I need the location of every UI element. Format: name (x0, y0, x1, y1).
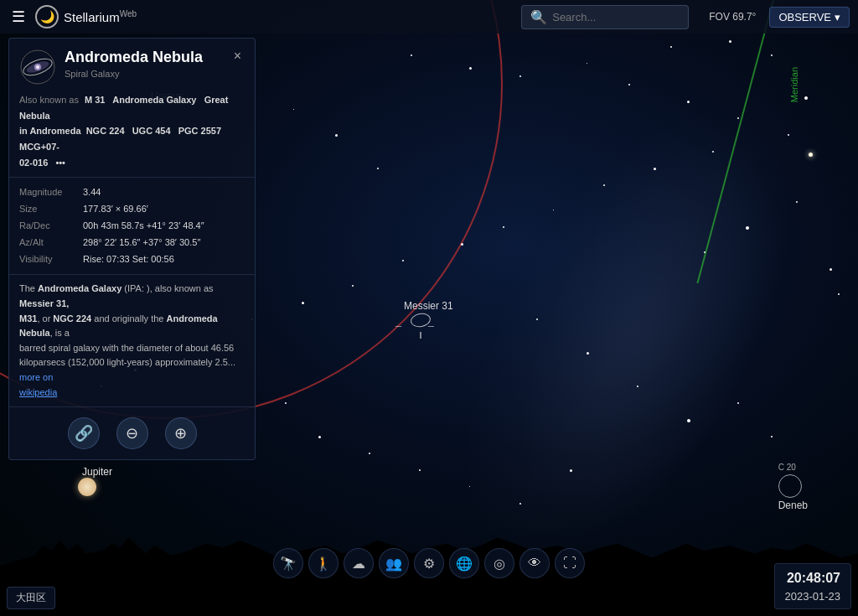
people-button[interactable]: 👥 (379, 548, 409, 578)
observe-button[interactable]: OBSERVE ▾ (769, 7, 850, 28)
star (335, 134, 338, 137)
desc-bold-4: Andromeda Nebula (19, 313, 218, 339)
size-value: 177.83′ × 69.66′ (83, 201, 148, 218)
star (570, 469, 572, 472)
messier31-tick (420, 332, 421, 339)
star (377, 168, 379, 169)
star (318, 436, 321, 438)
azalt-label: Az/Alt (19, 235, 76, 251)
star (553, 210, 554, 210)
search-input[interactable] (552, 11, 669, 23)
wikipedia-link[interactable]: wikipedia (19, 387, 57, 397)
cloud-icon: ☁ (352, 556, 365, 572)
object-info-panel: Andromeda Nebula Spiral Galaxy × Also kn… (8, 38, 256, 460)
star (285, 402, 287, 404)
chevron-down-icon: ▾ (835, 11, 840, 23)
layer-icon: ◎ (494, 556, 505, 572)
star (729, 40, 731, 43)
stat-size: Size 177.83′ × 69.66′ (19, 201, 245, 218)
stat-radec: Ra/Dec 00h 43m 58.7s +41° 23′ 48.4″ (19, 218, 245, 235)
star (411, 54, 412, 56)
panel-description: The Andromeda Galaxy (IPA: ), also known… (9, 275, 255, 407)
star (469, 67, 472, 70)
star (419, 469, 421, 471)
stat-magnitude: Magnitude 3.44 (19, 184, 245, 201)
stat-azalt: Az/Alt 298° 22′ 15.6″ +37° 38′ 30.5″ (19, 235, 245, 251)
star (737, 402, 739, 404)
star (746, 226, 749, 230)
messier31-label: Messier 31 (404, 300, 453, 312)
fullscreen-button[interactable]: ⛶ (555, 548, 585, 578)
people-icon: 👥 (385, 556, 402, 572)
stat-visibility: Visibility Rise: 07:33 Set: 00:56 (19, 251, 245, 268)
layer-button[interactable]: ◎ (484, 548, 514, 578)
fov-label: FOV 69.7° (709, 11, 756, 23)
star (670, 46, 672, 48)
zoom-out-icon: ⊖ (126, 424, 138, 443)
star (603, 184, 605, 186)
star (519, 503, 521, 505)
panel-actions: 🔗 ⊖ ⊕ (9, 407, 255, 459)
star (461, 243, 463, 246)
radec-value: 00h 43m 58.7s +41° 23′ 48.4″ (83, 218, 204, 235)
star (687, 101, 690, 103)
svg-point-4 (36, 65, 39, 69)
deneb-label: Deneb (778, 500, 808, 511)
star (587, 63, 587, 64)
eye-icon: 👁 (528, 556, 541, 571)
star (704, 251, 706, 253)
star (503, 226, 504, 228)
telescope-button[interactable]: 🔭 (273, 548, 303, 578)
globe-icon: 🌐 (456, 556, 473, 572)
c20-label: C 20 (778, 463, 796, 472)
link-button[interactable]: 🔗 (68, 417, 100, 449)
star (519, 75, 521, 77)
star (352, 285, 354, 287)
star (369, 453, 370, 454)
fullscreen-icon: ⛶ (563, 556, 576, 571)
person-button[interactable]: 🚶 (308, 548, 339, 578)
size-label: Size (19, 201, 76, 218)
location-badge[interactable]: 大田区 (7, 587, 55, 609)
star (737, 117, 739, 119)
panel-subtitle: Spiral Galaxy (65, 69, 222, 79)
star (536, 318, 538, 320)
panel-title: Andromeda Nebula (65, 49, 222, 67)
star (804, 96, 808, 100)
aliases-text: M 31 Andromeda Galaxy Great Nebulain And… (19, 95, 228, 168)
deneb-area: C 20 Deneb (778, 474, 808, 511)
star (771, 54, 773, 56)
settings-button[interactable]: ⚙ (414, 548, 444, 578)
star (771, 436, 773, 437)
star (830, 268, 832, 271)
star (796, 201, 798, 203)
more-on-link[interactable]: more on (19, 372, 53, 382)
location-text: 大田区 (16, 592, 46, 603)
meridian-label: Meridian (789, 67, 799, 102)
panel-close-button[interactable]: × (230, 49, 245, 64)
star (654, 168, 656, 170)
hamburger-menu[interactable]: ☰ (8, 4, 28, 29)
globe-button[interactable]: 🌐 (449, 548, 479, 578)
bottom-toolbar: 🔭 🚶 ☁ 👥 ⚙ 🌐 ◎ 👁 ⛶ (273, 548, 585, 578)
zoom-out-button[interactable]: ⊖ (116, 417, 148, 449)
star (788, 134, 789, 136)
panel-title-area: Andromeda Nebula Spiral Galaxy (65, 49, 222, 79)
radec-label: Ra/Dec (19, 218, 76, 235)
cloud-button[interactable]: ☁ (344, 548, 374, 578)
deneb-circle (778, 474, 802, 498)
star (293, 109, 294, 110)
star (712, 151, 714, 153)
galaxy-icon (19, 49, 56, 85)
app-name: StellariumWeb (64, 9, 137, 24)
magnitude-label: Magnitude (19, 184, 76, 201)
jupiter-circle (78, 478, 96, 496)
also-known-as-label: Also known as (19, 95, 79, 105)
zoom-in-button[interactable]: ⊕ (165, 417, 197, 449)
eye-button[interactable]: 👁 (519, 548, 550, 578)
zoom-in-icon: ⊕ (174, 424, 187, 443)
person-icon: 🚶 (315, 556, 332, 572)
current-time: 20:48:07 (785, 568, 841, 588)
star (687, 419, 690, 422)
search-box[interactable]: 🔍 (521, 5, 689, 29)
